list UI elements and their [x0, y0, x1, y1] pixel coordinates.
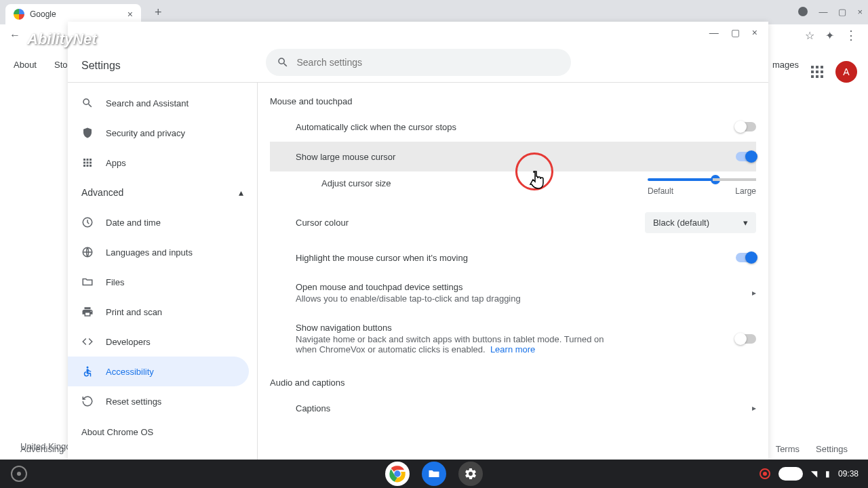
- learn-more-link[interactable]: Learn more: [490, 344, 535, 354]
- setting-description: Navigate home or back and switch apps wi…: [296, 334, 608, 354]
- setting-open-device[interactable]: Open mouse and touchpad device settings …: [270, 272, 756, 313]
- sidebar-item-reset[interactable]: Reset settings: [68, 386, 249, 416]
- wifi-icon: ◥: [811, 469, 817, 479]
- shield-icon: [81, 127, 95, 139]
- settings-title: Settings: [81, 60, 121, 72]
- back-button[interactable]: ←: [5, 29, 24, 41]
- highlight-cursor-toggle[interactable]: [736, 253, 756, 262]
- advanced-label: Advanced: [81, 187, 123, 198]
- settings-content: Mouse and touchpad Automatically click w…: [258, 83, 768, 460]
- bg-settings-link[interactable]: Settings: [816, 444, 848, 454]
- sidebar: Search and Assistant Security and privac…: [68, 83, 258, 460]
- search-input[interactable]: [297, 57, 560, 68]
- chevron-down-icon: ▾: [743, 218, 748, 228]
- sidebar-item-label: Print and scan: [106, 307, 162, 317]
- bg-images-link[interactable]: mages: [772, 60, 799, 70]
- setting-label: Show large mouse cursor: [296, 152, 395, 162]
- dropdown-value: Black (default): [653, 218, 709, 228]
- watermark-text: AbilityNet: [27, 30, 97, 48]
- files-app-icon[interactable]: [422, 462, 446, 486]
- setting-label: Highlight the mouse cursor when it's mov…: [296, 253, 468, 263]
- slider-thumb[interactable]: [711, 175, 720, 184]
- browser-menu-button[interactable]: ⋮: [845, 28, 857, 43]
- large-cursor-toggle[interactable]: [736, 152, 756, 161]
- setting-label: Automatically click when the cursor stop…: [296, 122, 456, 132]
- setting-cursor-colour: Cursor colour Black (default) ▾: [270, 203, 756, 243]
- setting-large-cursor: Show large mouse cursor: [270, 142, 756, 171]
- favicon-icon: [14, 9, 24, 20]
- chevron-right-icon: ▸: [752, 403, 756, 413]
- clock-time: 09:38: [838, 469, 859, 479]
- clock-icon: [81, 216, 95, 228]
- sidebar-item-date-time[interactable]: Date and time: [68, 207, 249, 237]
- new-tab-button[interactable]: +: [155, 5, 162, 20]
- code-icon: [81, 336, 95, 348]
- system-tray[interactable]: ◥ ▮ 09:38: [760, 467, 859, 481]
- sidebar-item-print-scan[interactable]: Print and scan: [68, 297, 249, 327]
- setting-label: Cursor colour: [296, 218, 349, 228]
- bg-nav-left: About Stor: [14, 60, 71, 70]
- folder-icon: [81, 276, 95, 288]
- sidebar-item-developers[interactable]: Developers: [68, 327, 249, 357]
- svg-point-2: [87, 367, 89, 369]
- sidebar-item-accessibility[interactable]: Accessibility: [68, 357, 249, 386]
- tab-title: Google: [30, 9, 56, 19]
- sidebar-item-languages[interactable]: Languages and inputs: [68, 237, 249, 267]
- printer-icon: [81, 306, 95, 318]
- sidebar-item-label: Apps: [106, 158, 126, 168]
- setting-label: Adjust cursor size: [321, 178, 391, 188]
- extensions-icon[interactable]: ✦: [825, 29, 834, 42]
- sidebar-item-label: Languages and inputs: [106, 247, 193, 258]
- maximize-button[interactable]: ▢: [838, 7, 846, 18]
- setting-captions[interactable]: Captions ▸: [270, 393, 756, 423]
- recording-indicator-icon: [760, 468, 770, 479]
- search-settings-box[interactable]: [266, 49, 571, 76]
- sidebar-advanced-toggle[interactable]: Advanced ▴: [68, 178, 257, 207]
- setting-nav-buttons: Show navigation buttons Navigate home or…: [270, 313, 756, 364]
- setting-label: Open mouse and touchpad device settings: [296, 282, 521, 292]
- minimize-button[interactable]: —: [818, 7, 827, 18]
- account-avatar[interactable]: A: [835, 61, 857, 83]
- slider-label-max: Large: [735, 186, 756, 196]
- chrome-app-icon[interactable]: [385, 462, 410, 486]
- nav-buttons-toggle[interactable]: [736, 334, 756, 344]
- notification-pill: [778, 467, 803, 481]
- svg-point-4: [394, 470, 400, 476]
- auto-click-toggle[interactable]: [736, 122, 756, 131]
- chevron-right-icon: ▸: [752, 288, 756, 298]
- sidebar-item-label: Developers: [106, 337, 151, 347]
- settings-app-icon[interactable]: [458, 462, 483, 486]
- apps-grid-icon[interactable]: [811, 66, 823, 78]
- sidebar-item-search-assistant[interactable]: Search and Assistant: [68, 88, 249, 118]
- sidebar-about-chrome-os[interactable]: About Chrome OS: [68, 416, 257, 448]
- sidebar-item-label: Date and time: [106, 218, 161, 228]
- accessibility-icon: [81, 365, 95, 378]
- setting-label: Captions: [296, 403, 330, 413]
- setting-description: Allows you to enable/disable tap-to-clic…: [296, 293, 521, 304]
- bg-about-link[interactable]: About: [14, 60, 37, 70]
- close-icon[interactable]: ×: [127, 9, 133, 20]
- apps-icon: [81, 157, 95, 169]
- search-icon: [81, 97, 95, 109]
- settings-window: — ▢ × Settings Search and Assistant Secu…: [68, 22, 768, 460]
- sidebar-item-apps[interactable]: Apps: [68, 148, 249, 178]
- setting-auto-click: Automatically click when the cursor stop…: [270, 112, 756, 142]
- bg-terms-link[interactable]: Terms: [776, 444, 800, 454]
- bg-advertising-link[interactable]: Advertising: [20, 444, 64, 454]
- close-button[interactable]: ×: [857, 7, 863, 18]
- launcher-button[interactable]: [11, 466, 27, 482]
- setting-highlight-cursor: Highlight the mouse cursor when it's mov…: [270, 243, 756, 272]
- cursor-size-slider[interactable]: [648, 178, 756, 181]
- battery-icon: ▮: [825, 469, 830, 479]
- slider-label-min: Default: [648, 186, 673, 196]
- shelf: ◥ ▮ 09:38: [0, 460, 868, 488]
- record-indicator-icon: [798, 7, 808, 18]
- sidebar-item-label: Search and Assistant: [106, 98, 189, 108]
- sidebar-item-security[interactable]: Security and privacy: [68, 118, 249, 148]
- sidebar-item-files[interactable]: Files: [68, 267, 249, 297]
- globe-icon: [81, 246, 95, 258]
- cursor-colour-dropdown[interactable]: Black (default) ▾: [645, 212, 756, 233]
- sidebar-item-label: Accessibility: [106, 367, 154, 377]
- bookmark-star-icon[interactable]: ☆: [805, 29, 814, 42]
- reset-icon: [81, 395, 95, 407]
